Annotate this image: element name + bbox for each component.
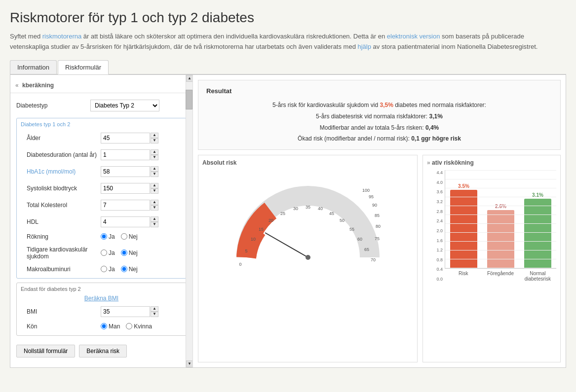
diabetesduration-label: Diabetesduration (antal år) <box>27 151 101 158</box>
bmi-down-btn[interactable]: ▼ <box>151 312 158 317</box>
abs-risk-panel: Absolut risk 0 5 10 15 <box>198 155 418 362</box>
systoliskt-down-btn[interactable]: ▼ <box>151 188 158 194</box>
kardio-ja-option[interactable]: Ja <box>101 249 115 256</box>
nollstall-button[interactable]: Nollställ formulär <box>16 345 75 357</box>
systoliskt-input[interactable] <box>101 183 150 194</box>
alder-down-btn[interactable]: ▼ <box>151 138 158 143</box>
gauge-container: 0 5 10 15 20 25 30 35 40 45 50 55 60 65 <box>202 171 413 275</box>
berakna-bmi-link[interactable]: Beräkna BMI <box>21 295 182 302</box>
rokning-ja-radio[interactable] <box>101 233 107 240</box>
intro-link-3[interactable]: hjälp <box>358 43 371 50</box>
kon-man-radio[interactable] <box>101 323 107 329</box>
makro-ja-radio[interactable] <box>101 266 107 272</box>
x-label-foregaende: Föregående <box>482 271 519 282</box>
abs-risk-title: Absolut risk <box>202 159 413 166</box>
alder-up-btn[interactable]: ▲ <box>151 133 158 138</box>
group2-fieldset: Endast för diabetes typ 2 Beräkna BMI BM… <box>16 283 187 336</box>
systoliskt-spinner: ▲ ▼ <box>101 183 158 194</box>
svg-text:25: 25 <box>280 211 285 216</box>
diabetestype-select[interactable]: Diabetes Typ 2 Diabetes Typ 1 <box>90 100 159 111</box>
group2-legend: Endast för diabetes typ 2 <box>21 286 182 292</box>
diabetesduration-row: Diabetesduration (antal år) ▲ ▼ <box>21 147 182 163</box>
scroll-thumb[interactable] <box>186 90 192 109</box>
tab-information[interactable]: Information <box>10 60 57 74</box>
grid-line-0 <box>445 170 556 171</box>
bmi-btns: ▲ ▼ <box>151 306 158 317</box>
svg-text:0: 0 <box>239 262 241 267</box>
kardio-nej-radio[interactable] <box>121 249 127 256</box>
alder-input[interactable] <box>101 133 150 143</box>
makro-nej-option[interactable]: Nej <box>121 266 138 273</box>
svg-text:30: 30 <box>293 206 298 211</box>
hdl-up-btn[interactable]: ▲ <box>151 216 158 222</box>
berakna-button[interactable]: Beräkna risk <box>79 345 127 357</box>
kon-kvinna-label: Kvinna <box>134 323 152 330</box>
rokning-label: Rökning <box>27 233 101 240</box>
rokning-nej-option[interactable]: Nej <box>121 233 138 240</box>
makro-nej-radio[interactable] <box>121 266 127 272</box>
hba1c-input[interactable] <box>101 166 150 177</box>
result-line4-label: Ökad risk (modifierbar andel / normal ri… <box>298 135 410 142</box>
svg-text:70: 70 <box>370 257 375 262</box>
scrollbar[interactable]: ▲ ▼ <box>186 75 192 367</box>
bmi-up-btn[interactable]: ▲ <box>151 306 158 312</box>
systoliskt-up-btn[interactable]: ▲ <box>151 183 158 188</box>
kolesterol-label: Total Kolesterol <box>27 202 101 209</box>
rel-risk-arrows: » <box>427 159 432 166</box>
result-section: Resultat 5-års risk för kardiovaskulär s… <box>198 80 561 150</box>
result-line2-value: 3,1% <box>429 113 443 120</box>
diabetesduration-down-btn[interactable]: ▼ <box>151 155 158 160</box>
diabetestype-label: Diabetestyp <box>16 102 90 109</box>
tab-riskformular[interactable]: Riskformulär <box>58 60 109 74</box>
scroll-down-arrow[interactable]: ▼ <box>186 360 193 367</box>
makro-label: Makroalbuminuri <box>27 266 101 273</box>
kon-kvinna-radio[interactable] <box>126 323 132 329</box>
bmi-input[interactable] <box>101 306 150 317</box>
diabetesduration-btns: ▲ ▼ <box>151 149 158 160</box>
hdl-btns: ▲ ▼ <box>151 216 158 227</box>
systoliskt-label: Systoliskt blodtryck <box>27 185 101 192</box>
kardio-nej-option[interactable]: Nej <box>121 249 138 256</box>
scroll-up-arrow[interactable]: ▲ <box>186 75 193 82</box>
y-label-5: 2.4 <box>427 218 443 223</box>
bar-risk-bar <box>450 190 477 268</box>
svg-text:55: 55 <box>349 227 354 232</box>
svg-text:80: 80 <box>376 224 381 229</box>
rokning-nej-radio[interactable] <box>121 233 127 240</box>
y-label-2: 3.6 <box>427 189 443 194</box>
y-axis: 4.4 4.0 3.6 3.2 2.8 2.4 2.0 1.6 1.2 0.8 … <box>427 170 443 282</box>
svg-text:15: 15 <box>258 227 263 232</box>
svg-text:75: 75 <box>375 236 380 241</box>
y-label-1: 4.0 <box>427 180 443 185</box>
svg-text:50: 50 <box>339 218 344 223</box>
kolesterol-up-btn[interactable]: ▲ <box>151 200 158 205</box>
bmi-spinner: ▲ ▼ <box>101 306 158 317</box>
rokning-ja-option[interactable]: Ja <box>101 233 115 240</box>
intro-link-1[interactable]: riskmotorerna <box>42 33 81 40</box>
hdl-input[interactable] <box>101 216 150 227</box>
hba1c-up-btn[interactable]: ▲ <box>151 166 158 172</box>
svg-text:95: 95 <box>369 194 374 199</box>
kolesterol-input[interactable] <box>101 200 150 211</box>
kolesterol-down-btn[interactable]: ▼ <box>151 205 158 211</box>
svg-line-21 <box>265 233 308 257</box>
diabetestype-row: Diabetestyp Diabetes Typ 2 Diabetes Typ … <box>10 97 192 114</box>
diabetesduration-input[interactable] <box>101 149 150 160</box>
diabetesduration-spinner: ▲ ▼ <box>101 149 158 160</box>
kon-kvinna-option[interactable]: Kvinna <box>126 323 152 330</box>
makro-ja-option[interactable]: Ja <box>101 266 115 273</box>
hba1c-down-btn[interactable]: ▼ <box>151 172 158 177</box>
y-label-3: 3.2 <box>427 199 443 204</box>
kon-man-option[interactable]: Man <box>101 323 120 330</box>
kardio-ja-radio[interactable] <box>101 249 107 256</box>
intro-text: Syftet med riskmotorerna är att bistå lä… <box>10 32 553 52</box>
hdl-down-btn[interactable]: ▼ <box>151 222 158 227</box>
diabetesduration-up-btn[interactable]: ▲ <box>151 149 158 155</box>
result-line-2: 5-års diabetesrisk vid normala riskfakto… <box>206 111 552 122</box>
charts-row: Absolut risk 0 5 10 15 <box>198 155 561 362</box>
intro-link-2[interactable]: elektronisk version <box>387 33 440 40</box>
y-label-0: 4.4 <box>427 170 443 175</box>
bar-normal-label-top: 3.1% <box>532 192 543 198</box>
svg-text:45: 45 <box>329 211 334 216</box>
alder-spinner-btns: ▲ ▼ <box>151 133 158 143</box>
